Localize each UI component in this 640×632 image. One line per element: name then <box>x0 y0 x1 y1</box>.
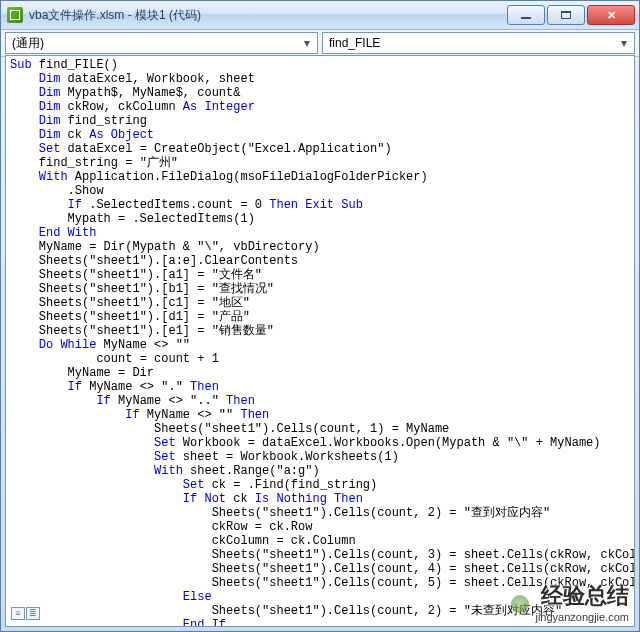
code-line[interactable]: Sheets("sheet1").Cells(count, 1) = MyNam… <box>10 422 449 436</box>
code-line[interactable]: If MyName <> "" Then <box>10 408 269 422</box>
code-line[interactable]: Sheets("sheet1").Cells(count, 5) = sheet… <box>10 576 635 590</box>
procedure-dropdown-text: find_FILE <box>329 36 616 50</box>
vbe-window: vba文件操作.xlsm - 模块1 (代码) (通用) ▾ find_FILE… <box>0 0 640 632</box>
code-line[interactable]: Set ck = .Find(find_string) <box>10 478 377 492</box>
chevron-down-icon: ▾ <box>616 36 632 50</box>
code-line[interactable]: Sheets("sheet1").[a1] = "文件名" <box>10 268 262 282</box>
code-line[interactable]: Else <box>10 590 212 604</box>
code-line[interactable]: If MyName <> "." Then <box>10 380 219 394</box>
code-line[interactable]: Sub find_FILE() <box>10 58 118 72</box>
code-line[interactable]: If Not ck Is Nothing Then <box>10 492 363 506</box>
code-line[interactable]: Do While MyName <> "" <box>10 338 190 352</box>
window-buttons <box>507 5 635 25</box>
object-dropdown-text: (通用) <box>12 35 299 52</box>
chevron-down-icon: ▾ <box>299 36 315 50</box>
object-dropdown[interactable]: (通用) ▾ <box>5 32 318 54</box>
procedure-view-icon[interactable]: ≡ <box>11 607 25 620</box>
code-line[interactable]: With sheet.Range("a:g") <box>10 464 320 478</box>
minimize-button[interactable] <box>507 5 545 25</box>
app-icon <box>7 7 23 23</box>
code-line[interactable]: Set dataExcel = CreateObject("Excel.Appl… <box>10 142 392 156</box>
code-line[interactable]: With Application.FileDialog(msoFileDialo… <box>10 170 428 184</box>
code-line[interactable]: ckColumn = ck.Column <box>10 534 356 548</box>
code-line[interactable]: Set Workbook = dataExcel.Workbooks.Open(… <box>10 436 601 450</box>
titlebar[interactable]: vba文件操作.xlsm - 模块1 (代码) <box>1 1 639 30</box>
code-line[interactable]: Sheets("sheet1").Cells(count, 2) = "未查到对… <box>10 604 562 618</box>
code-line[interactable]: MyName = Dir(Mypath & "\", vbDirectory) <box>10 240 320 254</box>
code-line[interactable]: Sheets("sheet1").[c1] = "地区" <box>10 296 250 310</box>
code-line[interactable]: Sheets("sheet1").Cells(count, 3) = sheet… <box>10 548 635 562</box>
code-line[interactable]: Set sheet = Workbook.Worksheets(1) <box>10 450 399 464</box>
code-line[interactable]: find_string = "广州" <box>10 156 178 170</box>
code-line[interactable]: Dim find_string <box>10 114 147 128</box>
close-button[interactable] <box>587 5 635 25</box>
code-line[interactable]: Dim dataExcel, Workbook, sheet <box>10 72 255 86</box>
code-line[interactable]: Sheets("sheet1").[e1] = "销售数量" <box>10 324 274 338</box>
code-content[interactable]: Sub find_FILE() Dim dataExcel, Workbook,… <box>6 56 634 627</box>
maximize-button[interactable] <box>547 5 585 25</box>
code-line[interactable]: Mypath = .SelectedItems(1) <box>10 212 255 226</box>
code-line[interactable]: count = count + 1 <box>10 352 219 366</box>
code-line[interactable]: Dim ck As Object <box>10 128 154 142</box>
code-line[interactable]: Dim ckRow, ckColumn As Integer <box>10 100 255 114</box>
code-line[interactable]: End With <box>10 226 96 240</box>
code-line[interactable]: Sheets("sheet1").[a:e].ClearContents <box>10 254 298 268</box>
code-line[interactable]: Sheets("sheet1").Cells(count, 2) = "查到对应… <box>10 506 550 520</box>
full-module-view-icon[interactable]: ≣ <box>26 607 40 620</box>
code-line[interactable]: If MyName <> ".." Then <box>10 394 255 408</box>
code-line[interactable]: Dim Mypath$, MyName$, count& <box>10 86 240 100</box>
code-line[interactable]: ckRow = ck.Row <box>10 520 312 534</box>
window-title: vba文件操作.xlsm - 模块1 (代码) <box>29 7 507 24</box>
code-line[interactable]: Sheets("sheet1").[d1] = "产品" <box>10 310 250 324</box>
code-line[interactable]: MyName = Dir <box>10 366 154 380</box>
procedure-dropdown[interactable]: find_FILE ▾ <box>322 32 635 54</box>
code-line[interactable]: .Show <box>10 184 104 198</box>
code-line[interactable]: End If <box>10 618 226 627</box>
object-proc-selector-row: (通用) ▾ find_FILE ▾ <box>1 30 639 57</box>
view-mode-icons: ≡ ≣ <box>11 607 41 621</box>
code-line[interactable]: If .SelectedItems.count = 0 Then Exit Su… <box>10 198 363 212</box>
code-editor[interactable]: Sub find_FILE() Dim dataExcel, Workbook,… <box>5 55 635 627</box>
code-line[interactable]: Sheets("sheet1").Cells(count, 4) = sheet… <box>10 562 635 576</box>
code-line[interactable]: Sheets("sheet1").[b1] = "查找情况" <box>10 282 274 296</box>
